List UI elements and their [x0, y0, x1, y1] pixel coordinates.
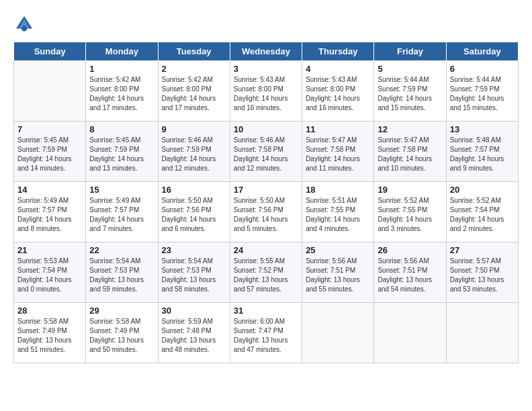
calendar-cell: 31Sunrise: 6:00 AMSunset: 7:47 PMDayligh…: [230, 303, 302, 363]
svg-point-2: [21, 26, 27, 31]
day-number: 8: [89, 124, 154, 134]
day-detail: Sunrise: 5:59 AMSunset: 7:48 PMDaylight:…: [162, 317, 226, 355]
column-header-thursday: Thursday: [302, 42, 374, 61]
day-number: 13: [450, 124, 515, 134]
calendar-header: SundayMondayTuesdayWednesdayThursdayFrid…: [14, 42, 519, 61]
day-detail: Sunrise: 5:50 AMSunset: 7:56 PMDaylight:…: [234, 196, 298, 234]
day-number: 31: [234, 306, 298, 316]
calendar-cell: [374, 303, 446, 363]
day-number: 15: [89, 185, 154, 195]
logo: [13, 13, 38, 35]
day-detail: Sunrise: 5:45 AMSunset: 7:59 PMDaylight:…: [17, 136, 82, 173]
calendar-cell: 24Sunrise: 5:55 AMSunset: 7:52 PMDayligh…: [230, 242, 302, 303]
day-number: 25: [306, 245, 370, 255]
calendar-cell: 21Sunrise: 5:53 AMSunset: 7:54 PMDayligh…: [14, 242, 86, 303]
calendar-cell: 20Sunrise: 5:52 AMSunset: 7:54 PMDayligh…: [446, 182, 518, 242]
column-header-monday: Monday: [86, 42, 158, 61]
day-number: 27: [450, 245, 515, 255]
calendar-cell: 18Sunrise: 5:51 AMSunset: 7:55 PMDayligh…: [302, 182, 374, 242]
day-detail: Sunrise: 5:57 AMSunset: 7:50 PMDaylight:…: [450, 257, 515, 294]
calendar-week-1: 1Sunrise: 5:42 AMSunset: 8:00 PMDaylight…: [14, 61, 519, 122]
day-number: 10: [234, 124, 298, 134]
calendar-cell: [14, 61, 86, 122]
logo-icon: [13, 13, 35, 35]
calendar-cell: [302, 303, 374, 363]
calendar-cell: 29Sunrise: 5:58 AMSunset: 7:49 PMDayligh…: [86, 303, 158, 363]
day-detail: Sunrise: 5:49 AMSunset: 7:57 PMDaylight:…: [89, 196, 154, 234]
day-detail: Sunrise: 5:56 AMSunset: 7:51 PMDaylight:…: [378, 257, 442, 294]
calendar-cell: 14Sunrise: 5:49 AMSunset: 7:57 PMDayligh…: [14, 182, 86, 242]
day-detail: Sunrise: 6:00 AMSunset: 7:47 PMDaylight:…: [234, 317, 298, 355]
calendar-cell: 15Sunrise: 5:49 AMSunset: 7:57 PMDayligh…: [86, 182, 158, 242]
day-detail: Sunrise: 5:55 AMSunset: 7:52 PMDaylight:…: [234, 257, 298, 294]
day-number: 6: [450, 64, 515, 74]
day-detail: Sunrise: 5:43 AMSunset: 8:00 PMDaylight:…: [234, 75, 298, 113]
calendar-cell: 19Sunrise: 5:52 AMSunset: 7:55 PMDayligh…: [374, 182, 446, 242]
calendar-cell: 5Sunrise: 5:44 AMSunset: 7:59 PMDaylight…: [374, 61, 446, 122]
calendar-cell: 3Sunrise: 5:43 AMSunset: 8:00 PMDaylight…: [230, 61, 302, 122]
day-number: 30: [162, 306, 226, 316]
calendar-cell: 30Sunrise: 5:59 AMSunset: 7:48 PMDayligh…: [158, 303, 230, 363]
day-detail: Sunrise: 5:43 AMSunset: 8:00 PMDaylight:…: [306, 75, 370, 113]
day-number: 1: [89, 64, 154, 74]
calendar-cell: 10Sunrise: 5:46 AMSunset: 7:58 PMDayligh…: [230, 122, 302, 182]
day-detail: Sunrise: 5:44 AMSunset: 7:59 PMDaylight:…: [450, 75, 515, 113]
page-header: [13, 13, 519, 35]
calendar-cell: 2Sunrise: 5:42 AMSunset: 8:00 PMDaylight…: [158, 61, 230, 122]
calendar-cell: 9Sunrise: 5:46 AMSunset: 7:59 PMDaylight…: [158, 122, 230, 182]
day-number: 5: [378, 64, 442, 74]
day-number: 9: [162, 124, 226, 134]
day-detail: Sunrise: 5:44 AMSunset: 7:59 PMDaylight:…: [378, 75, 442, 113]
day-number: 24: [234, 245, 298, 255]
calendar-cell: 7Sunrise: 5:45 AMSunset: 7:59 PMDaylight…: [14, 122, 86, 182]
column-header-saturday: Saturday: [446, 42, 518, 61]
day-number: 16: [162, 185, 226, 195]
day-number: 3: [234, 64, 298, 74]
calendar-cell: 1Sunrise: 5:42 AMSunset: 8:00 PMDaylight…: [86, 61, 158, 122]
day-detail: Sunrise: 5:49 AMSunset: 7:57 PMDaylight:…: [17, 196, 82, 234]
day-number: 4: [306, 64, 370, 74]
day-detail: Sunrise: 5:52 AMSunset: 7:55 PMDaylight:…: [378, 196, 442, 234]
day-detail: Sunrise: 5:52 AMSunset: 7:54 PMDaylight:…: [450, 196, 515, 234]
day-number: 20: [450, 185, 515, 195]
calendar-cell: 26Sunrise: 5:56 AMSunset: 7:51 PMDayligh…: [374, 242, 446, 303]
day-number: 11: [306, 124, 370, 134]
day-detail: Sunrise: 5:46 AMSunset: 7:58 PMDaylight:…: [234, 136, 298, 173]
calendar-cell: 25Sunrise: 5:56 AMSunset: 7:51 PMDayligh…: [302, 242, 374, 303]
day-detail: Sunrise: 5:42 AMSunset: 8:00 PMDaylight:…: [89, 75, 154, 113]
calendar-cell: 8Sunrise: 5:45 AMSunset: 7:59 PMDaylight…: [86, 122, 158, 182]
column-header-friday: Friday: [374, 42, 446, 61]
day-number: 14: [17, 185, 82, 195]
calendar-cell: 13Sunrise: 5:48 AMSunset: 7:57 PMDayligh…: [446, 122, 518, 182]
calendar-cell: 16Sunrise: 5:50 AMSunset: 7:56 PMDayligh…: [158, 182, 230, 242]
day-detail: Sunrise: 5:58 AMSunset: 7:49 PMDaylight:…: [89, 317, 154, 355]
calendar-cell: 27Sunrise: 5:57 AMSunset: 7:50 PMDayligh…: [446, 242, 518, 303]
day-detail: Sunrise: 5:58 AMSunset: 7:49 PMDaylight:…: [17, 317, 82, 355]
calendar-cell: 11Sunrise: 5:47 AMSunset: 7:58 PMDayligh…: [302, 122, 374, 182]
day-number: 2: [162, 64, 226, 74]
day-detail: Sunrise: 5:54 AMSunset: 7:53 PMDaylight:…: [89, 257, 154, 294]
column-header-tuesday: Tuesday: [158, 42, 230, 61]
day-number: 7: [17, 124, 82, 134]
day-number: 23: [162, 245, 226, 255]
calendar-week-5: 28Sunrise: 5:58 AMSunset: 7:49 PMDayligh…: [14, 303, 519, 363]
day-detail: Sunrise: 5:48 AMSunset: 7:57 PMDaylight:…: [450, 136, 515, 173]
calendar-table: SundayMondayTuesdayWednesdayThursdayFrid…: [13, 42, 519, 363]
calendar-week-2: 7Sunrise: 5:45 AMSunset: 7:59 PMDaylight…: [14, 122, 519, 182]
calendar-week-3: 14Sunrise: 5:49 AMSunset: 7:57 PMDayligh…: [14, 182, 519, 242]
day-number: 22: [89, 245, 154, 255]
calendar-cell: 17Sunrise: 5:50 AMSunset: 7:56 PMDayligh…: [230, 182, 302, 242]
calendar-cell: [446, 303, 518, 363]
day-number: 26: [378, 245, 442, 255]
day-detail: Sunrise: 5:47 AMSunset: 7:58 PMDaylight:…: [378, 136, 442, 173]
day-detail: Sunrise: 5:46 AMSunset: 7:59 PMDaylight:…: [162, 136, 226, 173]
day-detail: Sunrise: 5:42 AMSunset: 8:00 PMDaylight:…: [162, 75, 226, 113]
calendar-cell: 12Sunrise: 5:47 AMSunset: 7:58 PMDayligh…: [374, 122, 446, 182]
day-detail: Sunrise: 5:54 AMSunset: 7:53 PMDaylight:…: [162, 257, 226, 294]
calendar-cell: 28Sunrise: 5:58 AMSunset: 7:49 PMDayligh…: [14, 303, 86, 363]
day-detail: Sunrise: 5:51 AMSunset: 7:55 PMDaylight:…: [306, 196, 370, 234]
day-number: 18: [306, 185, 370, 195]
day-detail: Sunrise: 5:56 AMSunset: 7:51 PMDaylight:…: [306, 257, 370, 294]
column-header-sunday: Sunday: [14, 42, 86, 61]
calendar-cell: 6Sunrise: 5:44 AMSunset: 7:59 PMDaylight…: [446, 61, 518, 122]
